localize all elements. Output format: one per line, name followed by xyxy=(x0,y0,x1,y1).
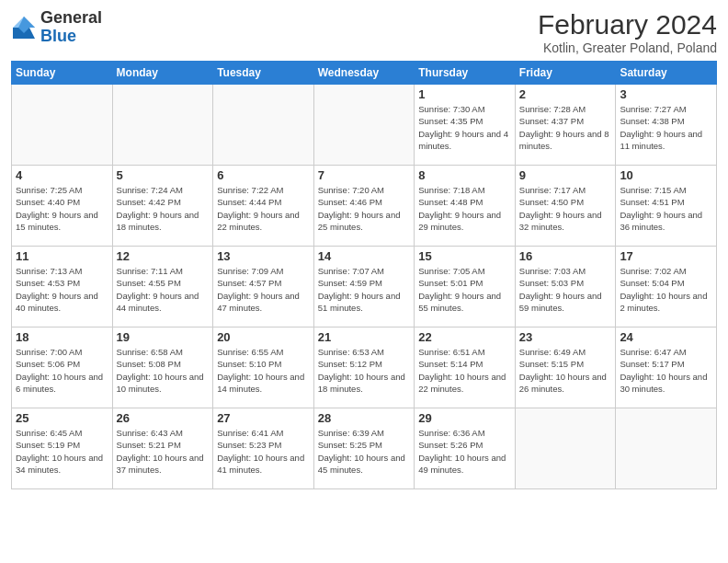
day-cell xyxy=(313,85,415,166)
day-info: Sunrise: 7:07 AM Sunset: 4:59 PM Dayligh… xyxy=(318,265,411,314)
day-number: 18 xyxy=(16,330,108,344)
day-cell: 28Sunrise: 6:39 AM Sunset: 5:25 PM Dayli… xyxy=(313,408,415,489)
day-number: 24 xyxy=(620,330,712,344)
col-header-thursday: Thursday xyxy=(415,62,516,85)
day-info: Sunrise: 6:47 AM Sunset: 5:17 PM Dayligh… xyxy=(620,346,712,395)
day-cell: 23Sunrise: 6:49 AM Sunset: 5:15 PM Dayli… xyxy=(515,327,616,408)
logo-blue: Blue xyxy=(40,27,76,45)
day-info: Sunrise: 6:58 AM Sunset: 5:08 PM Dayligh… xyxy=(117,346,210,395)
calendar-table: SundayMondayTuesdayWednesdayThursdayFrid… xyxy=(11,61,717,489)
day-number: 17 xyxy=(620,249,712,263)
day-cell: 17Sunrise: 7:02 AM Sunset: 5:04 PM Dayli… xyxy=(616,247,717,327)
day-number: 26 xyxy=(117,411,210,425)
day-number: 29 xyxy=(418,411,511,425)
page: General Blue February 2024 Kotlin, Great… xyxy=(0,0,728,563)
day-info: Sunrise: 7:30 AM Sunset: 4:35 PM Dayligh… xyxy=(418,103,511,152)
day-cell: 22Sunrise: 6:51 AM Sunset: 5:14 PM Dayli… xyxy=(415,327,516,408)
day-info: Sunrise: 7:24 AM Sunset: 4:42 PM Dayligh… xyxy=(117,184,210,233)
day-cell: 18Sunrise: 7:00 AM Sunset: 5:06 PM Dayli… xyxy=(12,327,113,408)
day-number: 19 xyxy=(117,330,210,344)
day-number: 4 xyxy=(16,168,108,182)
day-cell: 12Sunrise: 7:11 AM Sunset: 4:55 PM Dayli… xyxy=(112,247,213,327)
day-info: Sunrise: 6:51 AM Sunset: 5:14 PM Dayligh… xyxy=(418,346,511,395)
day-cell: 7Sunrise: 7:20 AM Sunset: 4:46 PM Daylig… xyxy=(313,166,415,247)
day-cell: 8Sunrise: 7:18 AM Sunset: 4:48 PM Daylig… xyxy=(415,166,516,247)
day-number: 16 xyxy=(519,249,612,263)
day-number: 22 xyxy=(418,330,511,344)
day-cell xyxy=(616,408,717,489)
day-cell: 4Sunrise: 7:25 AM Sunset: 4:40 PM Daylig… xyxy=(12,166,113,247)
day-info: Sunrise: 6:45 AM Sunset: 5:19 PM Dayligh… xyxy=(16,427,108,476)
day-number: 8 xyxy=(418,168,511,182)
header: General Blue February 2024 Kotlin, Great… xyxy=(11,9,717,55)
week-row-4: 18Sunrise: 7:00 AM Sunset: 5:06 PM Dayli… xyxy=(12,327,717,408)
day-number: 14 xyxy=(318,249,411,263)
day-cell: 9Sunrise: 7:17 AM Sunset: 4:50 PM Daylig… xyxy=(515,166,616,247)
day-cell: 29Sunrise: 6:36 AM Sunset: 5:26 PM Dayli… xyxy=(415,408,516,489)
day-cell: 6Sunrise: 7:22 AM Sunset: 4:44 PM Daylig… xyxy=(213,166,314,247)
week-row-3: 11Sunrise: 7:13 AM Sunset: 4:53 PM Dayli… xyxy=(12,247,717,327)
day-cell xyxy=(112,85,213,166)
day-info: Sunrise: 6:53 AM Sunset: 5:12 PM Dayligh… xyxy=(318,346,411,395)
day-cell: 26Sunrise: 6:43 AM Sunset: 5:21 PM Dayli… xyxy=(112,408,213,489)
calendar-subtitle: Kotlin, Greater Poland, Poland xyxy=(538,40,717,55)
day-info: Sunrise: 6:49 AM Sunset: 5:15 PM Dayligh… xyxy=(519,346,612,395)
day-info: Sunrise: 7:00 AM Sunset: 5:06 PM Dayligh… xyxy=(16,346,108,395)
day-number: 11 xyxy=(16,249,108,263)
day-number: 25 xyxy=(16,411,108,425)
day-info: Sunrise: 7:20 AM Sunset: 4:46 PM Dayligh… xyxy=(318,184,411,233)
day-info: Sunrise: 7:22 AM Sunset: 4:44 PM Dayligh… xyxy=(217,184,310,233)
day-cell: 20Sunrise: 6:55 AM Sunset: 5:10 PM Dayli… xyxy=(213,327,314,408)
day-number: 1 xyxy=(418,87,511,101)
day-number: 23 xyxy=(519,330,612,344)
day-cell: 25Sunrise: 6:45 AM Sunset: 5:19 PM Dayli… xyxy=(12,408,113,489)
day-cell: 14Sunrise: 7:07 AM Sunset: 4:59 PM Dayli… xyxy=(313,247,415,327)
logo-icon xyxy=(11,15,37,40)
day-info: Sunrise: 7:28 AM Sunset: 4:37 PM Dayligh… xyxy=(519,103,612,152)
day-cell: 24Sunrise: 6:47 AM Sunset: 5:17 PM Dayli… xyxy=(616,327,717,408)
col-header-friday: Friday xyxy=(515,62,616,85)
day-info: Sunrise: 7:27 AM Sunset: 4:38 PM Dayligh… xyxy=(620,103,712,152)
day-info: Sunrise: 6:41 AM Sunset: 5:23 PM Dayligh… xyxy=(217,427,310,476)
logo-general: General xyxy=(40,8,102,27)
day-info: Sunrise: 6:43 AM Sunset: 5:21 PM Dayligh… xyxy=(117,427,210,476)
day-info: Sunrise: 7:05 AM Sunset: 5:01 PM Dayligh… xyxy=(418,265,511,314)
day-cell: 15Sunrise: 7:05 AM Sunset: 5:01 PM Dayli… xyxy=(415,247,516,327)
day-number: 21 xyxy=(318,330,411,344)
day-cell: 19Sunrise: 6:58 AM Sunset: 5:08 PM Dayli… xyxy=(112,327,213,408)
day-number: 28 xyxy=(318,411,411,425)
day-number: 5 xyxy=(117,168,210,182)
col-header-tuesday: Tuesday xyxy=(213,62,314,85)
calendar-header-row: SundayMondayTuesdayWednesdayThursdayFrid… xyxy=(12,62,717,85)
day-cell: 1Sunrise: 7:30 AM Sunset: 4:35 PM Daylig… xyxy=(415,85,516,166)
col-header-monday: Monday xyxy=(112,62,213,85)
day-number: 12 xyxy=(117,249,210,263)
day-info: Sunrise: 6:39 AM Sunset: 5:25 PM Dayligh… xyxy=(318,427,411,476)
week-row-1: 1Sunrise: 7:30 AM Sunset: 4:35 PM Daylig… xyxy=(12,85,717,166)
day-number: 10 xyxy=(620,168,712,182)
day-cell: 27Sunrise: 6:41 AM Sunset: 5:23 PM Dayli… xyxy=(213,408,314,489)
logo: General Blue xyxy=(11,9,102,46)
day-info: Sunrise: 6:36 AM Sunset: 5:26 PM Dayligh… xyxy=(418,427,511,476)
week-row-2: 4Sunrise: 7:25 AM Sunset: 4:40 PM Daylig… xyxy=(12,166,717,247)
day-number: 15 xyxy=(418,249,511,263)
day-cell: 10Sunrise: 7:15 AM Sunset: 4:51 PM Dayli… xyxy=(616,166,717,247)
day-cell xyxy=(515,408,616,489)
col-header-sunday: Sunday xyxy=(12,62,113,85)
day-number: 3 xyxy=(620,87,712,101)
day-number: 6 xyxy=(217,168,310,182)
day-number: 20 xyxy=(217,330,310,344)
day-cell: 21Sunrise: 6:53 AM Sunset: 5:12 PM Dayli… xyxy=(313,327,415,408)
day-info: Sunrise: 7:09 AM Sunset: 4:57 PM Dayligh… xyxy=(217,265,310,314)
day-number: 2 xyxy=(519,87,612,101)
day-cell: 13Sunrise: 7:09 AM Sunset: 4:57 PM Dayli… xyxy=(213,247,314,327)
day-info: Sunrise: 6:55 AM Sunset: 5:10 PM Dayligh… xyxy=(217,346,310,395)
day-info: Sunrise: 7:15 AM Sunset: 4:51 PM Dayligh… xyxy=(620,184,712,233)
day-info: Sunrise: 7:17 AM Sunset: 4:50 PM Dayligh… xyxy=(519,184,612,233)
day-cell: 3Sunrise: 7:27 AM Sunset: 4:38 PM Daylig… xyxy=(616,85,717,166)
day-info: Sunrise: 7:02 AM Sunset: 5:04 PM Dayligh… xyxy=(620,265,712,314)
title-block: February 2024 Kotlin, Greater Poland, Po… xyxy=(538,9,717,55)
day-cell: 2Sunrise: 7:28 AM Sunset: 4:37 PM Daylig… xyxy=(515,85,616,166)
day-cell: 16Sunrise: 7:03 AM Sunset: 5:03 PM Dayli… xyxy=(515,247,616,327)
day-info: Sunrise: 7:11 AM Sunset: 4:55 PM Dayligh… xyxy=(117,265,210,314)
